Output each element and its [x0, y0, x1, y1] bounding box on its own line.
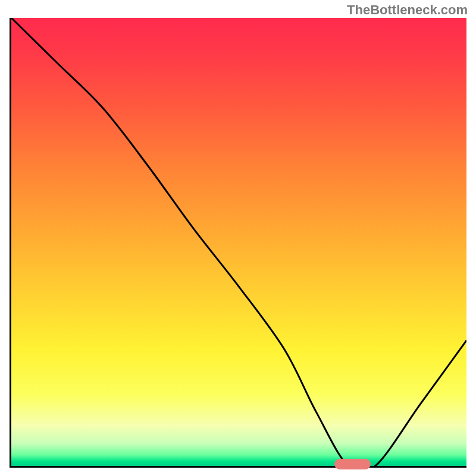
optimal-range-marker [334, 459, 371, 469]
chart-plot-area [10, 18, 466, 468]
watermark-text: TheBottleneck.com [347, 2, 468, 18]
chart-curve [11, 18, 466, 466]
